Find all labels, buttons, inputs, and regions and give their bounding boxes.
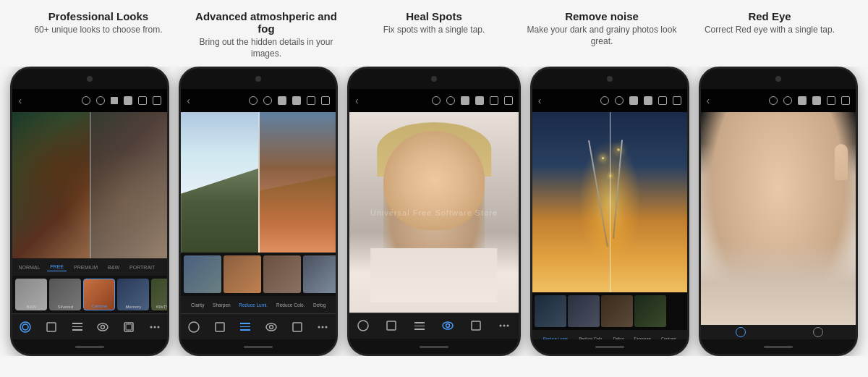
thumb2-3[interactable] — [263, 255, 301, 293]
nav-2-frames[interactable] — [290, 320, 305, 334]
phone-3-main-image: Universal Free Software Store — [349, 112, 519, 313]
nav-3-looks[interactable] — [356, 318, 370, 333]
filter-cartone[interactable]: Cartone — [83, 279, 115, 310]
thumb4-2[interactable] — [568, 295, 600, 327]
filter-silvered[interactable]: Silvered — [49, 279, 81, 310]
nav-2-eye[interactable] — [264, 320, 278, 334]
tab-free[interactable]: FREE — [47, 263, 67, 271]
thumb4-4[interactable] — [634, 295, 666, 327]
nav-3-frames[interactable] — [469, 318, 483, 333]
brush-3[interactable] — [461, 96, 469, 105]
phone-5-top-bar — [701, 69, 856, 89]
thumb4-3[interactable] — [601, 295, 633, 327]
tool-sharpen[interactable]: Sharpen — [213, 302, 231, 308]
expand-3[interactable] — [504, 96, 513, 105]
redo-3[interactable] — [446, 96, 455, 105]
nav-looks-icon[interactable] — [18, 320, 33, 334]
back-icon-2[interactable]: ‹ — [187, 95, 198, 106]
tool4-defog[interactable]: Defog — [613, 336, 624, 339]
woman-face — [701, 112, 856, 325]
back-icon-4[interactable]: ‹ — [538, 95, 550, 106]
phone-1-filter-tabs[interactable]: NORMAL FREE PREMIUM B&W PORTRAIT — [12, 258, 167, 276]
filter-memory[interactable]: Memory — [117, 279, 149, 310]
share-3[interactable] — [490, 96, 498, 105]
nav-2-crop[interactable] — [213, 320, 227, 334]
undo-icon-1[interactable] — [82, 96, 90, 105]
undo-4[interactable] — [600, 96, 609, 105]
nav-frames-icon[interactable] — [122, 320, 136, 334]
nav-eye-icon[interactable] — [95, 320, 110, 334]
undo-2[interactable] — [249, 96, 258, 105]
brush-2[interactable] — [278, 96, 286, 105]
share-2[interactable] — [307, 96, 315, 105]
save-icon-1[interactable] — [124, 96, 132, 105]
phone-frame-4: ‹ — [530, 67, 689, 356]
save-3[interactable] — [475, 96, 484, 105]
tab-premium[interactable]: PREMIUM — [71, 263, 101, 271]
tool4-exposure[interactable]: Exposure — [634, 336, 651, 339]
finger-gesture — [835, 144, 848, 180]
thumb2-4[interactable] — [303, 255, 336, 293]
nav-2-more[interactable] — [315, 320, 330, 334]
svg-rect-19 — [387, 321, 396, 330]
pp-people[interactable]: People — [732, 327, 750, 339]
nav-more-icon[interactable] — [148, 320, 162, 334]
brush-icon-1[interactable] — [111, 97, 118, 104]
save-5[interactable] — [812, 96, 821, 105]
nav-2-adjust[interactable] — [238, 320, 252, 334]
expand-2[interactable] — [321, 96, 330, 105]
redo-2[interactable] — [263, 96, 272, 105]
redo-icon-1[interactable] — [96, 96, 105, 105]
tab-normal[interactable]: NORMAL — [15, 263, 43, 271]
back-icon-1[interactable]: ‹ — [18, 95, 30, 106]
nav-3-adjust[interactable] — [412, 318, 427, 333]
thumb2-1[interactable] — [184, 255, 221, 293]
redo-5[interactable] — [783, 96, 792, 105]
people-label: People — [732, 339, 750, 339]
tool-reduce-colo[interactable]: Reduce Colo. — [276, 302, 305, 308]
thumb4-1[interactable] — [535, 295, 566, 327]
filter-60tv[interactable]: 60sTVGrab — [151, 279, 167, 310]
brush-5[interactable] — [798, 96, 807, 105]
face-area — [383, 131, 485, 230]
filter-bw[interactable]: B&W — [15, 279, 47, 310]
nav-3-more[interactable] — [497, 318, 511, 333]
svg-point-3 — [98, 323, 108, 331]
redo-4[interactable] — [615, 96, 624, 105]
svg-point-8 — [153, 326, 156, 328]
tool-clarity[interactable]: Clarity — [191, 302, 204, 308]
undo-5[interactable] — [769, 96, 778, 105]
save-2[interactable] — [292, 96, 301, 105]
tool4-contrast[interactable]: Contrast — [661, 336, 676, 339]
expand-icon-1[interactable] — [153, 96, 161, 105]
back-icon-5[interactable]: ‹ — [707, 95, 718, 106]
nav-adjust-icon[interactable] — [70, 320, 85, 334]
nav-2-looks[interactable] — [187, 320, 201, 334]
thumb2-2[interactable] — [224, 255, 261, 293]
svg-point-9 — [157, 326, 159, 328]
back-icon-3[interactable]: ‹ — [355, 95, 367, 106]
share-4[interactable] — [658, 96, 667, 105]
phone2-left-panel — [181, 112, 258, 253]
pp-pets[interactable]: Pets — [812, 327, 824, 339]
phone-1-bottom-bar — [12, 339, 167, 354]
tool-defog[interactable]: Defog — [313, 302, 326, 308]
phone-4-top-bar — [532, 69, 687, 89]
nav-3-crop[interactable] — [384, 318, 399, 333]
toolbar-right-2 — [249, 96, 330, 105]
tab-bw[interactable]: B&W — [105, 263, 122, 271]
save-4[interactable] — [644, 96, 652, 105]
share-icon-1[interactable] — [138, 96, 147, 105]
tab-portrait[interactable]: PORTRAIT — [127, 263, 158, 271]
expand-5[interactable] — [841, 96, 850, 105]
nav-crop-icon[interactable] — [44, 320, 59, 334]
tool-reduce-lumi[interactable]: Reduce Lumi. — [239, 302, 268, 308]
svg-point-0 — [20, 322, 30, 332]
undo-3[interactable] — [432, 96, 441, 105]
brush-4[interactable] — [629, 96, 638, 105]
expand-4[interactable] — [673, 96, 681, 105]
tool4-reduce-colo[interactable]: Reduce Colo. — [579, 336, 603, 339]
nav-3-eye[interactable] — [441, 318, 455, 333]
tool4-reduce-lumi[interactable]: Reduce Lumir. — [543, 336, 569, 339]
share-5[interactable] — [827, 96, 835, 105]
